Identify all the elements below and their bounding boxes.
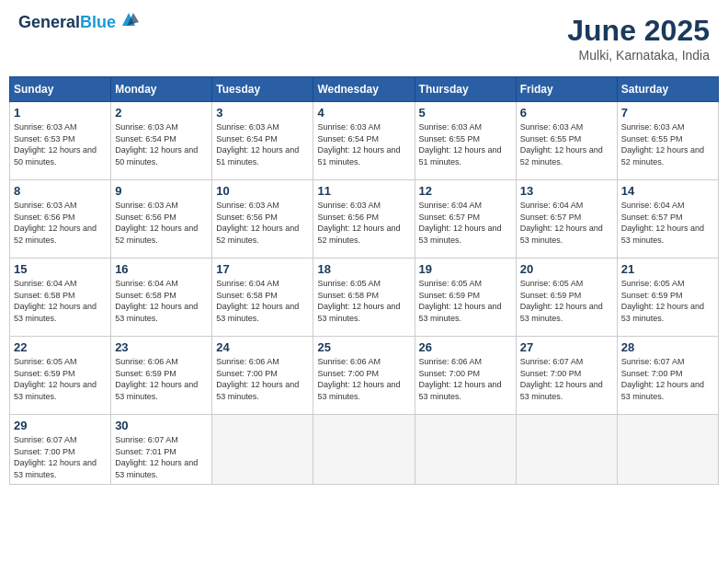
day-info: Sunrise: 6:03 AMSunset: 6:53 PMDaylight:… <box>14 121 107 167</box>
logo-icon <box>119 9 139 29</box>
calendar-cell: 6Sunrise: 6:03 AMSunset: 6:55 PMDaylight… <box>516 102 617 180</box>
day-info: Sunrise: 6:06 AMSunset: 7:00 PMDaylight:… <box>216 356 309 402</box>
day-info: Sunrise: 6:03 AMSunset: 6:56 PMDaylight:… <box>115 200 208 246</box>
col-friday: Friday <box>516 77 617 102</box>
calendar-week-1: 1Sunrise: 6:03 AMSunset: 6:53 PMDaylight… <box>10 102 719 180</box>
day-info: Sunrise: 6:03 AMSunset: 6:55 PMDaylight:… <box>419 121 512 167</box>
calendar-cell <box>415 415 516 485</box>
calendar-cell: 27Sunrise: 6:07 AMSunset: 7:00 PMDayligh… <box>516 337 617 415</box>
day-number: 4 <box>317 106 410 120</box>
day-info: Sunrise: 6:07 AMSunset: 7:01 PMDaylight:… <box>115 434 208 480</box>
calendar-cell: 29Sunrise: 6:07 AMSunset: 7:00 PMDayligh… <box>10 415 111 485</box>
calendar-week-3: 15Sunrise: 6:04 AMSunset: 6:58 PMDayligh… <box>10 259 719 337</box>
calendar-cell: 13Sunrise: 6:04 AMSunset: 6:57 PMDayligh… <box>516 180 617 259</box>
calendar-cell: 17Sunrise: 6:04 AMSunset: 6:58 PMDayligh… <box>212 259 313 337</box>
logo-text: GeneralBlue <box>18 14 116 32</box>
calendar-cell: 3Sunrise: 6:03 AMSunset: 6:54 PMDaylight… <box>212 102 313 180</box>
day-number: 13 <box>520 184 613 198</box>
calendar-cell: 12Sunrise: 6:04 AMSunset: 6:57 PMDayligh… <box>415 180 516 259</box>
day-number: 7 <box>621 106 714 120</box>
calendar-cell <box>617 415 718 485</box>
day-info: Sunrise: 6:03 AMSunset: 6:56 PMDaylight:… <box>317 200 410 246</box>
calendar-cell: 7Sunrise: 6:03 AMSunset: 6:55 PMDaylight… <box>617 102 718 180</box>
location-subtitle: Mulki, Karnataka, India <box>567 48 710 63</box>
day-number: 14 <box>621 184 714 198</box>
day-number: 16 <box>115 262 208 276</box>
calendar-cell: 10Sunrise: 6:03 AMSunset: 6:56 PMDayligh… <box>212 180 313 259</box>
day-number: 5 <box>419 106 512 120</box>
day-number: 24 <box>216 340 309 354</box>
calendar-cell: 8Sunrise: 6:03 AMSunset: 6:56 PMDaylight… <box>10 180 111 259</box>
day-info: Sunrise: 6:03 AMSunset: 6:54 PMDaylight:… <box>115 121 208 167</box>
day-number: 25 <box>317 340 410 354</box>
day-number: 29 <box>14 419 107 432</box>
day-info: Sunrise: 6:03 AMSunset: 6:54 PMDaylight:… <box>317 121 410 167</box>
day-number: 22 <box>14 340 107 354</box>
day-number: 12 <box>419 184 512 198</box>
day-info: Sunrise: 6:03 AMSunset: 6:56 PMDaylight:… <box>216 200 309 246</box>
calendar-cell: 19Sunrise: 6:05 AMSunset: 6:59 PMDayligh… <box>415 259 516 337</box>
month-title: June 2025 <box>567 14 710 48</box>
day-info: Sunrise: 6:06 AMSunset: 7:00 PMDaylight:… <box>419 356 512 402</box>
calendar-cell: 5Sunrise: 6:03 AMSunset: 6:55 PMDaylight… <box>415 102 516 180</box>
col-monday: Monday <box>111 77 212 102</box>
day-info: Sunrise: 6:04 AMSunset: 6:58 PMDaylight:… <box>216 278 309 324</box>
day-info: Sunrise: 6:05 AMSunset: 6:59 PMDaylight:… <box>14 356 107 402</box>
day-number: 8 <box>14 184 107 198</box>
calendar-cell: 4Sunrise: 6:03 AMSunset: 6:54 PMDaylight… <box>313 102 415 180</box>
page-header: GeneralBlue June 2025 Mulki, Karnataka, … <box>9 9 719 67</box>
day-number: 20 <box>520 262 613 276</box>
calendar-cell <box>516 415 617 485</box>
day-number: 30 <box>115 419 208 432</box>
day-info: Sunrise: 6:04 AMSunset: 6:57 PMDaylight:… <box>419 200 512 246</box>
calendar-cell: 18Sunrise: 6:05 AMSunset: 6:58 PMDayligh… <box>313 259 415 337</box>
day-info: Sunrise: 6:04 AMSunset: 6:58 PMDaylight:… <box>14 278 107 324</box>
day-info: Sunrise: 6:06 AMSunset: 7:00 PMDaylight:… <box>317 356 410 402</box>
calendar-cell: 24Sunrise: 6:06 AMSunset: 7:00 PMDayligh… <box>212 337 313 415</box>
calendar-cell: 14Sunrise: 6:04 AMSunset: 6:57 PMDayligh… <box>617 180 718 259</box>
calendar-cell: 28Sunrise: 6:07 AMSunset: 7:00 PMDayligh… <box>617 337 718 415</box>
calendar-cell <box>212 415 313 485</box>
calendar-week-4: 22Sunrise: 6:05 AMSunset: 6:59 PMDayligh… <box>10 337 719 415</box>
day-number: 3 <box>216 106 309 120</box>
day-number: 2 <box>115 106 208 120</box>
col-tuesday: Tuesday <box>212 77 313 102</box>
day-info: Sunrise: 6:05 AMSunset: 6:58 PMDaylight:… <box>317 278 410 324</box>
day-number: 6 <box>520 106 613 120</box>
day-info: Sunrise: 6:04 AMSunset: 6:57 PMDaylight:… <box>520 200 613 246</box>
day-number: 26 <box>419 340 512 354</box>
calendar-cell: 11Sunrise: 6:03 AMSunset: 6:56 PMDayligh… <box>313 180 415 259</box>
day-info: Sunrise: 6:06 AMSunset: 6:59 PMDaylight:… <box>115 356 208 402</box>
day-number: 17 <box>216 262 309 276</box>
col-saturday: Saturday <box>617 77 718 102</box>
day-info: Sunrise: 6:03 AMSunset: 6:54 PMDaylight:… <box>216 121 309 167</box>
calendar-cell: 21Sunrise: 6:05 AMSunset: 6:59 PMDayligh… <box>617 259 718 337</box>
day-info: Sunrise: 6:07 AMSunset: 7:00 PMDaylight:… <box>520 356 613 402</box>
day-info: Sunrise: 6:03 AMSunset: 6:55 PMDaylight:… <box>621 121 714 167</box>
day-info: Sunrise: 6:03 AMSunset: 6:55 PMDaylight:… <box>520 121 613 167</box>
day-info: Sunrise: 6:05 AMSunset: 6:59 PMDaylight:… <box>520 278 613 324</box>
calendar-week-2: 8Sunrise: 6:03 AMSunset: 6:56 PMDaylight… <box>10 180 719 259</box>
day-number: 18 <box>317 262 410 276</box>
calendar-table: Sunday Monday Tuesday Wednesday Thursday… <box>9 76 719 485</box>
day-number: 9 <box>115 184 208 198</box>
calendar-cell: 23Sunrise: 6:06 AMSunset: 6:59 PMDayligh… <box>111 337 212 415</box>
col-thursday: Thursday <box>415 77 516 102</box>
calendar-cell: 22Sunrise: 6:05 AMSunset: 6:59 PMDayligh… <box>10 337 111 415</box>
day-number: 28 <box>621 340 714 354</box>
calendar-cell: 15Sunrise: 6:04 AMSunset: 6:58 PMDayligh… <box>10 259 111 337</box>
day-number: 15 <box>14 262 107 276</box>
calendar-cell: 16Sunrise: 6:04 AMSunset: 6:58 PMDayligh… <box>111 259 212 337</box>
calendar-cell: 9Sunrise: 6:03 AMSunset: 6:56 PMDaylight… <box>111 180 212 259</box>
logo: GeneralBlue <box>18 14 139 32</box>
day-number: 19 <box>419 262 512 276</box>
day-info: Sunrise: 6:04 AMSunset: 6:57 PMDaylight:… <box>621 200 714 246</box>
calendar-cell: 26Sunrise: 6:06 AMSunset: 7:00 PMDayligh… <box>415 337 516 415</box>
col-sunday: Sunday <box>10 77 111 102</box>
calendar-header-row: Sunday Monday Tuesday Wednesday Thursday… <box>10 77 719 102</box>
day-number: 23 <box>115 340 208 354</box>
day-info: Sunrise: 6:05 AMSunset: 6:59 PMDaylight:… <box>419 278 512 324</box>
day-number: 27 <box>520 340 613 354</box>
day-number: 10 <box>216 184 309 198</box>
calendar-cell: 2Sunrise: 6:03 AMSunset: 6:54 PMDaylight… <box>111 102 212 180</box>
